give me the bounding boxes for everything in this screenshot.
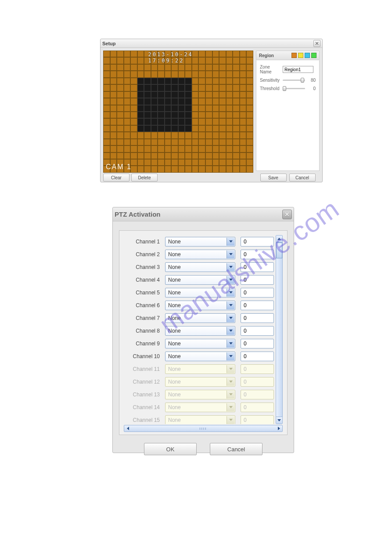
zone-name-input[interactable] xyxy=(283,66,313,73)
grid-cell[interactable] xyxy=(124,152,131,159)
grid-cell[interactable] xyxy=(137,57,144,64)
grid-cell[interactable] xyxy=(226,78,233,84)
grid-cell[interactable] xyxy=(226,152,233,159)
grid-cell[interactable] xyxy=(233,139,240,145)
grid-cell[interactable] xyxy=(144,98,151,105)
grid-cell[interactable] xyxy=(192,166,199,172)
channel-mode-select[interactable]: None xyxy=(165,301,235,310)
grid-cell[interactable] xyxy=(178,132,185,138)
grid-cell[interactable] xyxy=(144,84,151,91)
grid-cell[interactable] xyxy=(226,139,233,145)
channel-mode-select[interactable]: None xyxy=(165,250,235,259)
grid-cell[interactable] xyxy=(110,112,117,118)
grid-cell[interactable] xyxy=(110,57,117,64)
grid-cell[interactable] xyxy=(117,91,124,98)
grid-cell[interactable] xyxy=(233,105,240,112)
grid-cell[interactable] xyxy=(151,152,158,159)
grid-cell[interactable] xyxy=(124,132,131,138)
grid-cell[interactable] xyxy=(103,145,110,152)
grid-cell[interactable] xyxy=(192,139,199,145)
grid-cell[interactable] xyxy=(165,64,172,71)
grid-cell[interactable] xyxy=(240,112,247,118)
grid-cell[interactable] xyxy=(171,159,178,166)
channel-mode-select[interactable]: None xyxy=(165,352,235,361)
grid-cell[interactable] xyxy=(151,118,158,125)
grid-cell[interactable] xyxy=(192,64,199,71)
grid-cell[interactable] xyxy=(137,51,144,57)
grid-cell[interactable] xyxy=(219,91,226,98)
grid-cell[interactable] xyxy=(124,64,131,71)
save-button[interactable]: Save xyxy=(260,174,287,181)
clear-button[interactable]: Clear xyxy=(103,174,129,181)
grid-cell[interactable] xyxy=(178,84,185,91)
grid-cell[interactable] xyxy=(158,125,165,132)
grid-cell[interactable] xyxy=(212,139,219,145)
channel-preset-input[interactable] xyxy=(241,288,274,297)
grid-cell[interactable] xyxy=(178,98,185,105)
grid-cell[interactable] xyxy=(212,64,219,71)
grid-cell[interactable] xyxy=(205,78,212,84)
grid-cell[interactable] xyxy=(137,166,144,172)
hscroll-track[interactable]: IIII xyxy=(131,427,275,431)
grid-cell[interactable] xyxy=(117,118,124,125)
grid-cell[interactable] xyxy=(124,105,131,112)
grid-cell[interactable] xyxy=(137,118,144,125)
grid-cell[interactable] xyxy=(198,152,205,159)
grid-cell[interactable] xyxy=(158,64,165,71)
grid-cell[interactable] xyxy=(117,145,124,152)
grid-cell[interactable] xyxy=(233,132,240,138)
grid-cell[interactable] xyxy=(117,112,124,118)
grid-cell[interactable] xyxy=(233,64,240,71)
grid-cell[interactable] xyxy=(103,105,110,112)
grid-cell[interactable] xyxy=(226,64,233,71)
grid-cell[interactable] xyxy=(192,71,199,77)
grid-cell[interactable] xyxy=(124,51,131,57)
grid-cell[interactable] xyxy=(117,132,124,138)
grid-cell[interactable] xyxy=(219,166,226,172)
grid-cell[interactable] xyxy=(110,139,117,145)
grid-cell[interactable] xyxy=(185,118,192,125)
grid-cell[interactable] xyxy=(151,145,158,152)
grid-cell[interactable] xyxy=(124,91,131,98)
grid-cell[interactable] xyxy=(158,152,165,159)
grid-cell[interactable] xyxy=(219,159,226,166)
channel-preset-input[interactable] xyxy=(241,339,274,348)
grid-cell[interactable] xyxy=(130,105,137,112)
grid-cell[interactable] xyxy=(171,84,178,91)
grid-cell[interactable] xyxy=(130,125,137,132)
scroll-down-icon[interactable] xyxy=(276,417,282,424)
channel-preset-input[interactable] xyxy=(241,301,274,310)
grid-cell[interactable] xyxy=(171,145,178,152)
grid-cell[interactable] xyxy=(151,71,158,77)
grid-cell[interactable] xyxy=(219,64,226,71)
grid-cell[interactable] xyxy=(192,125,199,132)
grid-cell[interactable] xyxy=(240,105,247,112)
grid-cell[interactable] xyxy=(212,159,219,166)
grid-cell[interactable] xyxy=(240,98,247,105)
grid-cell[interactable] xyxy=(246,118,253,125)
grid-cell[interactable] xyxy=(240,159,247,166)
delete-button[interactable]: Delete xyxy=(131,174,158,181)
grid-cell[interactable] xyxy=(171,166,178,172)
ptz-titlebar[interactable]: PTZ Activation ✕ xyxy=(113,207,294,221)
vertical-scrollbar[interactable] xyxy=(276,235,283,424)
grid-cell[interactable] xyxy=(144,118,151,125)
grid-cell[interactable] xyxy=(151,166,158,172)
grid-cell[interactable] xyxy=(137,139,144,145)
grid-cell[interactable] xyxy=(226,84,233,91)
grid-cell[interactable] xyxy=(192,159,199,166)
grid-cell[interactable] xyxy=(198,118,205,125)
channel-mode-select[interactable]: None xyxy=(165,237,235,247)
channel-preset-input[interactable] xyxy=(241,250,274,259)
grid-cell[interactable] xyxy=(212,145,219,152)
grid-cell[interactable] xyxy=(130,71,137,77)
grid-cell[interactable] xyxy=(233,78,240,84)
grid-cell[interactable] xyxy=(165,145,172,152)
grid-cell[interactable] xyxy=(103,112,110,118)
grid-cell[interactable] xyxy=(246,145,253,152)
grid-cell[interactable] xyxy=(198,139,205,145)
grid-cell[interactable] xyxy=(151,125,158,132)
grid-cell[interactable] xyxy=(144,91,151,98)
grid-cell[interactable] xyxy=(192,105,199,112)
grid-cell[interactable] xyxy=(103,84,110,91)
